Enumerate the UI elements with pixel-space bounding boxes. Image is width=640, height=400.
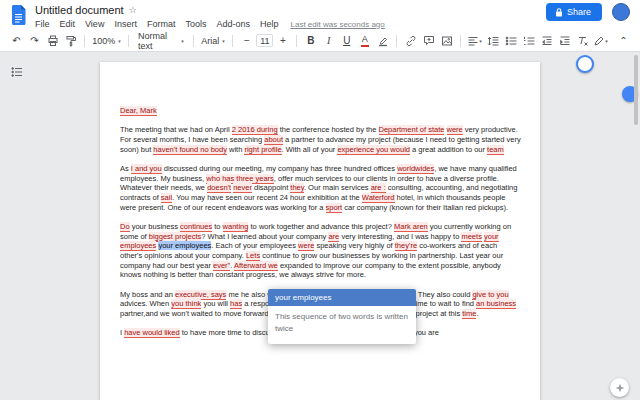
print-button[interactable] bbox=[44, 32, 61, 49]
grammar-error[interactable]: biggest projects bbox=[149, 232, 202, 242]
font-size-field[interactable]: 11 bbox=[256, 34, 273, 47]
grammar-error[interactable]: they bbox=[290, 183, 304, 193]
undo-button[interactable]: ↶ bbox=[8, 32, 25, 49]
grammar-error[interactable]: are : bbox=[371, 183, 386, 193]
font-family-select[interactable]: Arial ▾ bbox=[199, 32, 228, 49]
grammar-error[interactable]: they're bbox=[395, 241, 417, 251]
grammar-error[interactable]: I and you bbox=[131, 164, 162, 174]
share-button[interactable]: Share bbox=[546, 3, 602, 21]
grammar-error[interactable]: experience you would bbox=[337, 145, 410, 155]
grammar-error[interactable]: were bbox=[298, 241, 314, 251]
grammar-error[interactable]: never bbox=[233, 183, 252, 193]
redo-button[interactable]: ↷ bbox=[26, 32, 43, 49]
insert-image-button[interactable] bbox=[438, 32, 455, 49]
font-size-decrease-button[interactable]: − bbox=[238, 32, 255, 49]
grammar-error[interactable]: continues bbox=[180, 222, 212, 232]
chevron-down-icon: ▾ bbox=[181, 38, 184, 44]
duplicate-phrase-highlight[interactable]: your employees bbox=[158, 241, 211, 250]
paint-format-button[interactable] bbox=[62, 32, 79, 49]
grammar-error[interactable]: Department of state bbox=[379, 125, 445, 135]
text-run: discussed during our meeting, my company… bbox=[162, 164, 397, 173]
menu-insert[interactable]: Insert bbox=[109, 18, 142, 30]
explore-button[interactable] bbox=[610, 378, 629, 397]
grammar-error[interactable]: Do bbox=[120, 222, 130, 232]
grammar-suggestion-card[interactable]: your employees This sequence of two word… bbox=[268, 289, 416, 344]
star-icon[interactable]: ☆ bbox=[129, 6, 137, 15]
grammar-error[interactable]: you think bbox=[171, 299, 201, 309]
docs-logo-icon[interactable] bbox=[10, 4, 27, 26]
italic-button[interactable]: I bbox=[320, 32, 337, 49]
grammar-error[interactable]: an business bbox=[476, 299, 516, 309]
line-spacing-button[interactable] bbox=[484, 32, 501, 49]
menu-format[interactable]: Format bbox=[142, 18, 181, 30]
grammar-error[interactable]: team bbox=[487, 145, 504, 155]
grammar-error[interactable]: executive, says bbox=[175, 290, 226, 300]
grammar-error[interactable]: time bbox=[462, 309, 476, 319]
grammar-error[interactable]: Mark aren bbox=[394, 222, 428, 232]
zoom-select[interactable]: 100% ▾ bbox=[90, 32, 123, 49]
grammar-error[interactable]: has bbox=[230, 299, 242, 309]
pencil-icon bbox=[593, 35, 605, 47]
grammar-error[interactable]: are bbox=[328, 232, 339, 242]
document-outline-button[interactable] bbox=[10, 66, 24, 80]
bulleted-list-button[interactable] bbox=[502, 32, 519, 49]
grammar-error[interactable]: meets bbox=[461, 232, 481, 242]
editing-mode-button[interactable]: ▾ bbox=[592, 32, 609, 49]
text-run: car company (known for their Italian red… bbox=[342, 203, 508, 212]
text-run: the conference hosted by the bbox=[278, 125, 379, 134]
grammar-error[interactable]: Waterford bbox=[362, 193, 395, 203]
account-avatar[interactable] bbox=[612, 3, 630, 21]
grammar-error[interactable]: ever" bbox=[213, 261, 230, 271]
collapse-toolbar-button[interactable]: ⌃ bbox=[615, 32, 632, 49]
underline-icon: U bbox=[343, 36, 350, 46]
grammar-error[interactable]: sport bbox=[326, 203, 343, 213]
add-comment-button[interactable] bbox=[420, 32, 437, 49]
grammar-error[interactable]: have would liked bbox=[124, 328, 179, 338]
insert-link-button[interactable] bbox=[402, 32, 419, 49]
image-icon bbox=[441, 35, 453, 47]
scrollbar[interactable] bbox=[634, 55, 638, 125]
writing-assistant-badge-icon[interactable] bbox=[576, 55, 594, 73]
menu-bar: FileEditViewInsertFormatToolsAdd-onsHelp… bbox=[30, 17, 385, 31]
clear-formatting-button[interactable] bbox=[574, 32, 591, 49]
grammar-error[interactable]: give to you bbox=[472, 290, 508, 300]
align-button[interactable]: ▾ bbox=[466, 32, 483, 49]
menu-view[interactable]: View bbox=[80, 18, 109, 30]
redo-icon: ↷ bbox=[30, 36, 38, 46]
plus-icon: + bbox=[280, 36, 286, 46]
share-label: Share bbox=[567, 7, 591, 17]
grammar-error[interactable]: Dear, Mark bbox=[120, 106, 157, 116]
underline-button[interactable]: U bbox=[338, 32, 355, 49]
indent-decrease-button[interactable] bbox=[538, 32, 555, 49]
text-color-button[interactable]: A bbox=[356, 32, 373, 49]
grammar-error[interactable]: Afterward we bbox=[234, 261, 278, 271]
highlight-color-button[interactable] bbox=[374, 32, 391, 49]
menu-edit[interactable]: Edit bbox=[55, 18, 81, 30]
last-edit-link[interactable]: Last edit was seconds ago bbox=[290, 20, 384, 29]
grammar-error[interactable]: sail bbox=[161, 193, 172, 203]
font-size-increase-button[interactable]: + bbox=[274, 32, 291, 49]
suggestion-phrase[interactable]: your employees bbox=[268, 289, 416, 306]
text-run: with bbox=[227, 145, 245, 154]
menu-add-ons[interactable]: Add-ons bbox=[211, 18, 255, 30]
grammar-error[interactable]: 2 2016 during bbox=[232, 125, 278, 135]
menu-tools[interactable]: Tools bbox=[180, 18, 211, 30]
numbered-list-button[interactable] bbox=[520, 32, 537, 49]
grammar-error[interactable]: worldwides bbox=[397, 164, 434, 174]
grammar-error[interactable]: wanting bbox=[223, 222, 249, 232]
grammar-error[interactable]: about bbox=[264, 135, 283, 145]
paragraph-style-select[interactable]: Normal text ▾ bbox=[134, 32, 188, 49]
grammar-error[interactable]: Lets bbox=[246, 251, 260, 261]
menu-file[interactable]: File bbox=[30, 18, 55, 30]
bold-button[interactable]: B bbox=[302, 32, 319, 49]
grammar-error[interactable]: were bbox=[447, 125, 463, 135]
document-title[interactable]: Untitled document bbox=[35, 4, 124, 16]
grammar-error[interactable]: who has three years bbox=[206, 174, 274, 184]
menu-help[interactable]: Help bbox=[255, 18, 284, 30]
indent-increase-button[interactable] bbox=[556, 32, 573, 49]
paragraph: As I and you discussed during our meetin… bbox=[120, 164, 521, 213]
grammar-error[interactable]: right profile bbox=[244, 145, 281, 155]
grammar-error[interactable]: doesn't bbox=[207, 183, 231, 193]
grammar-error[interactable]: haven't found no body bbox=[153, 145, 227, 155]
document-page[interactable]: Dear, MarkThe meeting that we had on Apr… bbox=[100, 62, 540, 400]
